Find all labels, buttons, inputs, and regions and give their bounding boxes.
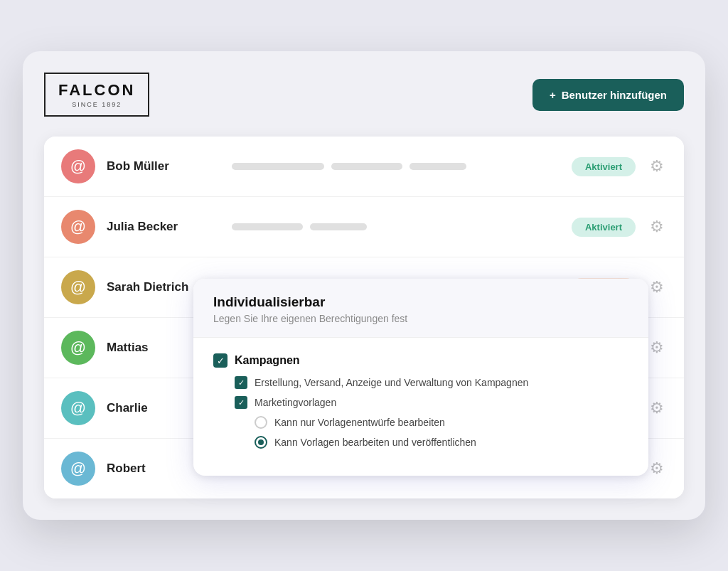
perm-item-label: Marketingvorlagen — [255, 397, 336, 408]
logo: FALCON SINCE 1892 — [44, 73, 149, 117]
user-name: Julia Becker — [107, 220, 220, 234]
popup-overlay: Individualisierbar Legen Sie Ihre eigene… — [193, 279, 648, 476]
meta-bar — [232, 223, 303, 230]
status-badge: Aktiviert — [572, 218, 636, 237]
app-window: FALCON SINCE 1892 + Benutzer hinzufügen … — [23, 51, 705, 520]
table-row: @ Bob Müller Aktiviert ⚙ — [44, 137, 684, 197]
gear-icon[interactable]: ⚙ — [647, 277, 667, 297]
gear-icon[interactable]: ⚙ — [647, 459, 667, 479]
popup-subtitle: Legen Sie Ihre eigenen Berechtigungen fe… — [213, 313, 628, 324]
avatar: @ — [61, 452, 95, 486]
perm-item: ✓ Erstellung, Versand, Anzeige und Verwa… — [235, 376, 628, 389]
kampagnen-checkbox[interactable]: ✓ — [213, 353, 228, 368]
popup-body: ✓ Kampagnen ✓ Erstellung, Versand, Anzei… — [193, 338, 648, 476]
gear-icon[interactable]: ⚙ — [647, 338, 667, 358]
gear-icon[interactable]: ⚙ — [647, 217, 667, 237]
meta-bar — [331, 163, 402, 170]
user-name: Bob Müller — [107, 159, 220, 174]
avatar: @ — [61, 270, 95, 304]
gear-icon[interactable]: ⚙ — [647, 156, 667, 176]
add-user-label: Benutzer hinzufügen — [562, 89, 667, 101]
avatar: @ — [61, 391, 95, 425]
perm-item: Kann Vorlagen bearbeiten und veröffentli… — [255, 436, 628, 449]
logo-subtitle: SINCE 1892 — [72, 101, 122, 108]
plus-icon: + — [550, 89, 556, 101]
permission-section: ✓ Kampagnen ✓ Erstellung, Versand, Anzei… — [213, 353, 628, 449]
avatar: @ — [61, 210, 95, 244]
perm-items: ✓ Erstellung, Versand, Anzeige und Verwa… — [235, 376, 628, 449]
perm-item: Kann nur Vorlagenentwürfe bearbeiten — [255, 416, 628, 429]
sub-checkbox[interactable]: ✓ — [235, 396, 247, 409]
meta-bar — [310, 223, 367, 230]
popup-header: Individualisierbar Legen Sie Ihre eigene… — [193, 279, 648, 338]
avatar: @ — [61, 149, 95, 183]
popup-card: Individualisierbar Legen Sie Ihre eigene… — [193, 279, 648, 476]
header: FALCON SINCE 1892 + Benutzer hinzufügen — [44, 73, 684, 117]
gear-icon[interactable]: ⚙ — [647, 398, 667, 418]
avatar: @ — [61, 331, 95, 365]
meta-bar — [232, 163, 324, 170]
perm-item: ✓ Marketingvorlagen — [235, 396, 628, 409]
user-meta — [232, 223, 560, 230]
user-meta — [232, 163, 560, 170]
logo-title: FALCON — [58, 81, 135, 100]
perm-item-label: Erstellung, Versand, Anzeige und Verwalt… — [255, 377, 528, 388]
meta-bar — [410, 163, 466, 170]
section-label: Kampagnen — [235, 354, 300, 367]
radio-empty[interactable] — [255, 416, 267, 429]
table-row: @ Julia Becker Aktiviert ⚙ — [44, 197, 684, 257]
perm-item-label: Kann Vorlagen bearbeiten und veröffentli… — [274, 437, 476, 448]
perm-item-label: Kann nur Vorlagenentwürfe bearbeiten — [274, 417, 445, 428]
add-user-button[interactable]: + Benutzer hinzufügen — [532, 79, 684, 111]
status-badge: Aktiviert — [572, 157, 636, 176]
radio-filled[interactable] — [255, 436, 267, 449]
popup-title: Individualisierbar — [213, 294, 628, 310]
perm-header: ✓ Kampagnen — [213, 353, 628, 368]
sub-checkbox[interactable]: ✓ — [235, 376, 247, 389]
